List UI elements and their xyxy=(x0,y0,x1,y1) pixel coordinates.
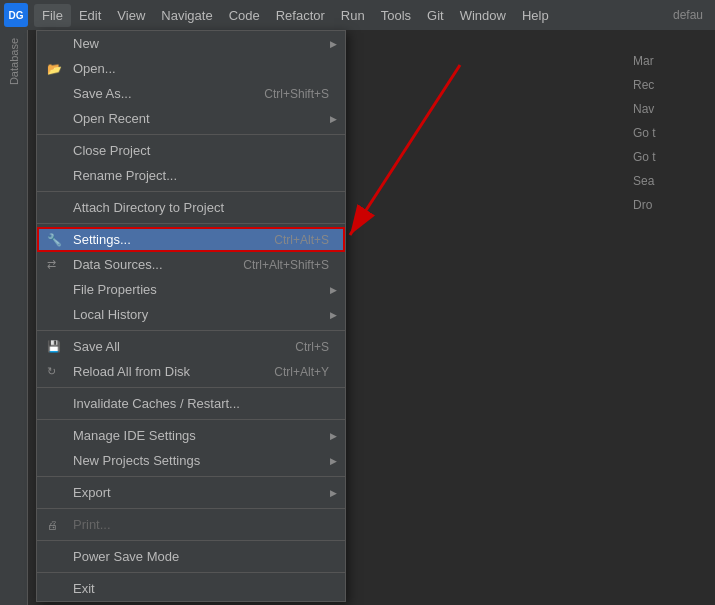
separator-8 xyxy=(37,508,345,509)
right-panel-sea[interactable]: Sea xyxy=(633,170,707,192)
menu-item-open-recent[interactable]: Open Recent xyxy=(37,106,345,131)
data-sources-icon: ⇄ xyxy=(47,258,56,271)
menu-item-data-sources[interactable]: ⇄ Data Sources... Ctrl+Alt+Shift+S xyxy=(37,252,345,277)
menubar-navigate[interactable]: Navigate xyxy=(153,4,220,27)
right-panel: Mar Rec Nav Go t Go t Sea Dro xyxy=(625,30,715,236)
right-panel-rec[interactable]: Rec xyxy=(633,74,707,96)
sidebar-database[interactable]: Database xyxy=(4,30,24,93)
menubar-code[interactable]: Code xyxy=(221,4,268,27)
menu-item-file-properties[interactable]: File Properties xyxy=(37,277,345,302)
menubar-window[interactable]: Window xyxy=(452,4,514,27)
right-panel-nav[interactable]: Nav xyxy=(633,98,707,120)
separator-3 xyxy=(37,223,345,224)
menubar-refactor[interactable]: Refactor xyxy=(268,4,333,27)
menu-item-settings[interactable]: 🔧 Settings... Ctrl+Alt+S xyxy=(37,227,345,252)
menu-item-new[interactable]: New xyxy=(37,31,345,56)
right-panel-go1[interactable]: Go t xyxy=(633,122,707,144)
menu-item-manage-ide[interactable]: Manage IDE Settings xyxy=(37,423,345,448)
menubar-file[interactable]: File xyxy=(34,4,71,27)
menu-item-open[interactable]: 📂 Open... xyxy=(37,56,345,81)
menu-item-export[interactable]: Export xyxy=(37,480,345,505)
menu-item-invalidate-caches[interactable]: Invalidate Caches / Restart... xyxy=(37,391,345,416)
right-panel-dro[interactable]: Dro xyxy=(633,194,707,216)
menu-item-exit[interactable]: Exit xyxy=(37,576,345,601)
menu-item-rename-project[interactable]: Rename Project... xyxy=(37,163,345,188)
menubar-help[interactable]: Help xyxy=(514,4,557,27)
right-panel-go2[interactable]: Go t xyxy=(633,146,707,168)
reload-icon: ↻ xyxy=(47,365,56,378)
settings-wrench-icon: 🔧 xyxy=(47,233,62,247)
open-icon: 📂 xyxy=(47,62,62,76)
menu-item-close-project[interactable]: Close Project xyxy=(37,138,345,163)
separator-10 xyxy=(37,572,345,573)
menu-item-save-all[interactable]: 💾 Save All Ctrl+S xyxy=(37,334,345,359)
menubar-run[interactable]: Run xyxy=(333,4,373,27)
menu-item-power-save[interactable]: Power Save Mode xyxy=(37,544,345,569)
menubar-git[interactable]: Git xyxy=(419,4,452,27)
separator-6 xyxy=(37,419,345,420)
separator-7 xyxy=(37,476,345,477)
menubar-edit[interactable]: Edit xyxy=(71,4,109,27)
default-label: defau xyxy=(673,8,711,22)
app-logo: DG xyxy=(4,3,28,27)
menu-item-print[interactable]: 🖨 Print... xyxy=(37,512,345,537)
print-icon: 🖨 xyxy=(47,519,58,531)
file-dropdown-menu: New 📂 Open... Save As... Ctrl+Shift+S Op… xyxy=(36,30,346,602)
separator-4 xyxy=(37,330,345,331)
menu-item-local-history[interactable]: Local History xyxy=(37,302,345,327)
right-panel-mar[interactable]: Mar xyxy=(633,50,707,72)
menu-item-new-projects[interactable]: New Projects Settings xyxy=(37,448,345,473)
menubar-view[interactable]: View xyxy=(109,4,153,27)
separator-5 xyxy=(37,387,345,388)
sidebar: Database xyxy=(0,30,28,605)
menubar: DG File Edit View Navigate Code Refactor… xyxy=(0,0,715,30)
menu-item-save-as[interactable]: Save As... Ctrl+Shift+S xyxy=(37,81,345,106)
menu-item-reload[interactable]: ↻ Reload All from Disk Ctrl+Alt+Y xyxy=(37,359,345,384)
menubar-tools[interactable]: Tools xyxy=(373,4,419,27)
separator-1 xyxy=(37,134,345,135)
save-icon: 💾 xyxy=(47,340,61,353)
separator-2 xyxy=(37,191,345,192)
separator-9 xyxy=(37,540,345,541)
menu-item-attach-directory[interactable]: Attach Directory to Project xyxy=(37,195,345,220)
